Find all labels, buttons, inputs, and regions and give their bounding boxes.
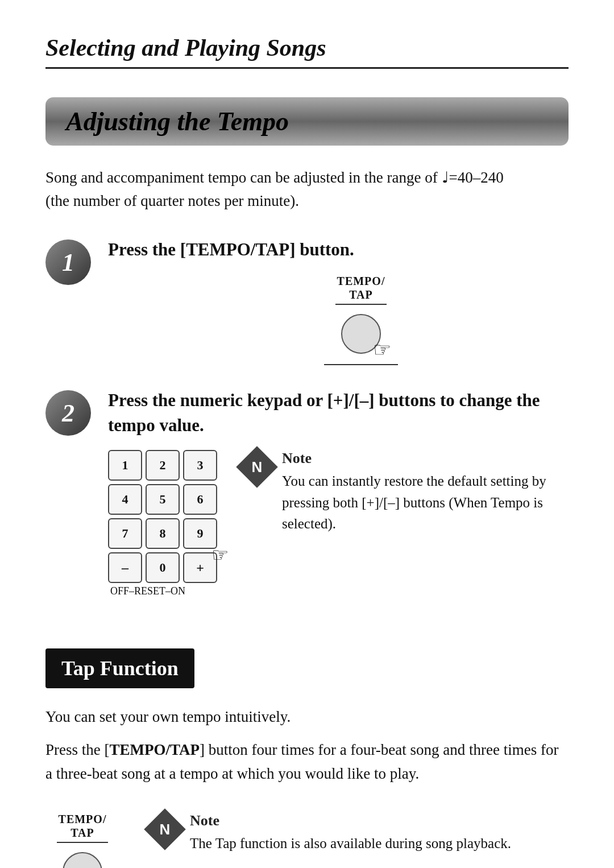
tap-section-content: TEMPO/ TAP ☞ N Note The Tap function is …: [45, 807, 569, 868]
key-1: 1: [108, 450, 142, 481]
section-banner: Adjusting the Tempo: [45, 97, 569, 146]
intro-text: Song and accompaniment tempo can be adju…: [45, 166, 512, 212]
tap-function-banner: Tap Function: [45, 648, 194, 688]
step2-note-body: You can instantly restore the default se…: [282, 470, 569, 535]
step2-inner: 1 2 3 4 5 6 7 8 9 – 0 +: [108, 450, 569, 597]
tap-note-box: N Note The Tap function is also availabl…: [148, 812, 569, 854]
key-minus: –: [108, 552, 142, 583]
tap-note-diamond-letter: N: [160, 820, 171, 838]
key-5: 5: [146, 484, 180, 515]
section-banner-text: Adjusting the Tempo: [66, 107, 289, 136]
page-header-title: Selecting and Playing Songs: [45, 35, 326, 61]
hand-pointer-icon: ☞: [373, 338, 391, 362]
tap-para2: Press the [TEMPO/TAP] button four times …: [45, 738, 569, 786]
page: Selecting and Playing Songs Adjusting th…: [0, 0, 614, 868]
tap-note-content: Note The Tap function is also available …: [190, 812, 511, 854]
key-0: 0: [146, 552, 180, 583]
step2-circle: 2: [45, 390, 91, 436]
key-7: 7: [108, 518, 142, 549]
tap-function-title: Tap Function: [61, 657, 179, 680]
tap-tempo-button-circle: [63, 852, 102, 868]
tempo-tap-diagram: TEMPO/ TAP ☞: [154, 274, 569, 365]
step2-note-box: N Note You can instantly restore the def…: [240, 450, 569, 535]
tap-note-body: The Tap function is also available durin…: [190, 833, 511, 854]
note-icon-wrap: N: [240, 450, 274, 484]
key-3: 3: [183, 450, 217, 481]
note-word-label: Note: [282, 450, 312, 467]
tap-tempo-label: TEMPO/ TAP: [57, 812, 108, 850]
note-diamond-letter: N: [252, 458, 263, 476]
step2-note-content: Note You can instantly restore the defau…: [282, 450, 569, 535]
key-6: 6: [183, 484, 217, 515]
label-reset: –RESET–: [129, 585, 171, 597]
step1-content: Press the [TEMPO/TAP] button. TEMPO/ TAP…: [108, 237, 569, 365]
key-2: 2: [146, 450, 180, 481]
tap-tempo-diagram: TEMPO/ TAP ☞: [45, 812, 119, 868]
step1-row: 1 Press the [TEMPO/TAP] button. TEMPO/ T…: [45, 237, 569, 365]
tempo-base-line: [324, 364, 398, 365]
keypad-hand-icon: ☞: [211, 543, 229, 566]
label-on: ON: [171, 585, 185, 597]
tempo-label: TEMPO/ TAP: [335, 274, 387, 312]
page-header: Selecting and Playing Songs: [45, 34, 569, 69]
tap-note-word-label: Note: [190, 812, 219, 829]
step1-circle: 1: [45, 239, 91, 285]
label-off: OFF: [110, 585, 129, 597]
numeric-keypad: 1 2 3 4 5 6 7 8 9 – 0 +: [108, 450, 217, 583]
keypad-wrap: 1 2 3 4 5 6 7 8 9 – 0 +: [108, 450, 217, 597]
key-8: 8: [146, 518, 180, 549]
tap-note-icon-wrap: N: [148, 812, 182, 846]
step2-row: 2 Press the numeric keypad or [+]/[–] bu…: [45, 388, 569, 597]
step2-content: Press the numeric keypad or [+]/[–] butt…: [108, 388, 569, 597]
tap-para1: You can set your own tempo intuitively.: [45, 705, 569, 729]
key-4: 4: [108, 484, 142, 515]
keypad-with-hand: 1 2 3 4 5 6 7 8 9 – 0 +: [108, 450, 217, 583]
step2-title: Press the numeric keypad or [+]/[–] butt…: [108, 388, 569, 437]
keypad-labels: OFF –RESET– ON: [108, 585, 188, 597]
step1-title: Press the [TEMPO/TAP] button.: [108, 237, 569, 262]
